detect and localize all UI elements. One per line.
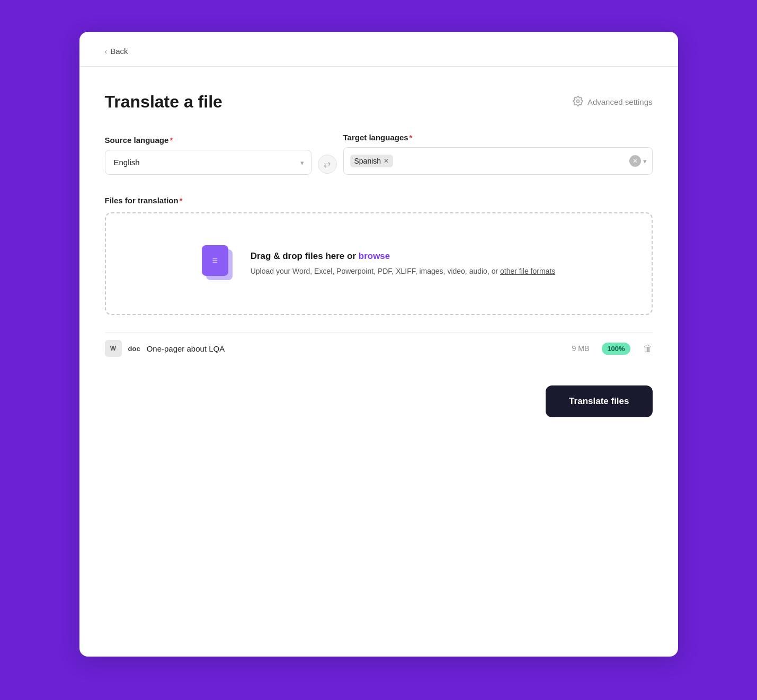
source-language-select[interactable]: English <box>105 150 311 175</box>
target-languages-label: Target languages* <box>343 133 653 142</box>
swap-icon: ⇄ <box>324 159 331 169</box>
source-language-select-wrapper: English ▾ <box>105 150 311 175</box>
source-language-label: Source language* <box>105 136 311 145</box>
target-languages-input[interactable]: Spanish ✕ ✕ ▾ <box>343 147 653 175</box>
browse-link[interactable]: browse <box>359 251 390 261</box>
dropzone-heading: Drag & drop files here or browse <box>251 251 556 262</box>
target-languages-group: Target languages* Spanish ✕ ✕ ▾ <box>343 133 653 175</box>
advanced-settings-button[interactable]: Advanced settings <box>573 96 653 108</box>
back-label: Back <box>110 47 128 56</box>
target-language-tag: Spanish ✕ <box>350 155 394 167</box>
translate-files-button[interactable]: Translate files <box>546 385 652 417</box>
file-icon <box>202 245 236 282</box>
trash-icon: 🗑 <box>643 343 653 354</box>
remove-tag-button[interactable]: ✕ <box>384 158 389 164</box>
file-extension: doc <box>128 345 140 353</box>
files-section: Files for translation* Drag & drop files… <box>105 196 653 364</box>
file-dropzone[interactable]: Drag & drop files here or browse Upload … <box>105 212 653 315</box>
other-file-formats-link[interactable]: other file formats <box>500 267 555 275</box>
file-size: 9 MB <box>572 344 590 353</box>
chevron-left-icon: ‹ <box>105 47 108 56</box>
file-progress-badge: 100% <box>602 343 630 355</box>
svg-point-0 <box>576 100 579 103</box>
back-button[interactable]: ‹ Back <box>105 47 128 56</box>
target-dropdown-icon: ▾ <box>643 157 647 165</box>
page-title: Translate a file <box>105 92 222 112</box>
dropzone-description: Upload your Word, Excel, Powerpoint, PDF… <box>251 266 556 277</box>
clear-target-button[interactable]: ✕ <box>629 155 641 167</box>
file-name: One-pager about LQA <box>147 344 566 353</box>
swap-languages-button[interactable]: ⇄ <box>318 155 337 174</box>
advanced-settings-label: Advanced settings <box>587 97 653 106</box>
file-type-badge: W <box>105 340 122 357</box>
delete-file-button[interactable]: 🗑 <box>643 343 653 354</box>
source-language-group: Source language* English ▾ <box>105 136 311 175</box>
file-list-item: W doc One-pager about LQA 9 MB 100% 🗑 <box>105 332 653 364</box>
gear-icon <box>573 96 583 108</box>
